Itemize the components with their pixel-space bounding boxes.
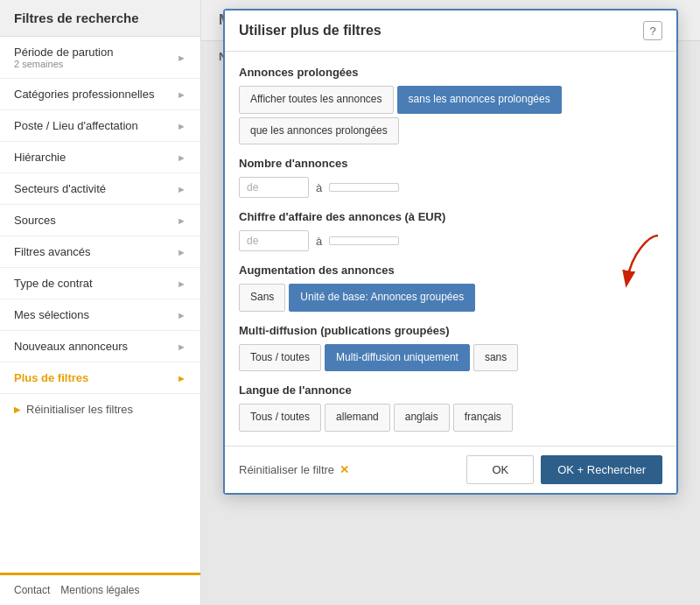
sidebar-item-periode[interactable]: Période de parution 2 semaines ► <box>0 37 200 79</box>
chevron-right-icon: ► <box>177 278 186 289</box>
chevron-right-icon: ► <box>177 310 186 320</box>
section-label-langue: Langue de l'annonce <box>239 383 662 397</box>
sidebar-item-categories[interactable]: Catégories professionnelles ► <box>0 79 200 110</box>
nombre-annonces-range: de à <box>239 177 662 198</box>
sidebar-item-sources[interactable]: Sources ► <box>0 205 200 236</box>
reset-label: Réinitialiser les filtres <box>26 403 133 416</box>
sidebar-item-poste[interactable]: Poste / Lieu d'affectation ► <box>0 110 200 142</box>
reset-filter-link[interactable]: Réinitialiser le filtre ✕ <box>239 463 349 476</box>
btn-que-prolongees[interactable]: que les annonces prolongées <box>239 117 399 145</box>
mentions-link[interactable]: Mentions légales <box>60 584 139 596</box>
x-icon: ✕ <box>340 463 349 476</box>
sidebar-title: Filtres de recherche <box>0 0 200 37</box>
sidebar-item-label: Nouveaux annonceurs <box>14 340 128 353</box>
sidebar-item-label: Catégories professionnelles <box>14 88 154 101</box>
modal-help-button[interactable]: ? <box>643 21 662 40</box>
chevron-right-icon: ► <box>177 247 186 257</box>
ok-button[interactable]: OK <box>466 455 534 484</box>
nombre-annonces-from[interactable]: de <box>239 177 309 198</box>
sidebar-reset[interactable]: ▶ Réinitialiser les filtres <box>0 394 200 425</box>
modal-body: Annonces prolongées Afficher toutes les … <box>225 52 676 446</box>
sidebar: Filtres de recherche Période de parution… <box>0 0 201 605</box>
btn-anglais[interactable]: anglais <box>394 404 450 432</box>
btn-sans-prolongees[interactable]: sans les annonces prolongées <box>397 86 562 114</box>
section-label-nombre-annonces: Nombre d'annonces <box>239 157 662 170</box>
modal-title: Utiliser plus de filtres <box>239 23 382 39</box>
section-label-annonces-prolongees: Annonces prolongées <box>239 66 662 79</box>
footer-buttons: OK OK + Rechercher <box>466 455 662 484</box>
btn-allemand[interactable]: allemand <box>325 404 390 432</box>
main-content: Mes dernières recherches Nouvelles annon… <box>201 0 700 605</box>
sidebar-footer: Contact Mentions légales <box>0 573 200 605</box>
chiffre-affaires-range: de à <box>239 230 662 251</box>
chevron-right-icon: ► <box>177 89 186 100</box>
augmentation-wrapper: Sans Unité de base: Annonces groupées <box>239 284 662 312</box>
sidebar-item-label: Hiérarchie <box>14 151 66 164</box>
chiffre-affaires-from[interactable]: de <box>239 230 309 251</box>
augmentation-group: Sans Unité de base: Annonces groupées <box>239 284 662 312</box>
btn-unite-base[interactable]: Unité de base: Annonces groupées <box>289 284 475 312</box>
chiffre-affaires-to[interactable] <box>329 236 399 245</box>
sidebar-item-nouveaux[interactable]: Nouveaux annonceurs ► <box>0 331 200 362</box>
sidebar-item-type-contrat[interactable]: Type de contrat ► <box>0 268 200 299</box>
sidebar-item-plus[interactable]: Plus de filtres ► <box>0 362 200 394</box>
langue-group: Tous / toutes allemand anglais français <box>239 404 662 432</box>
section-label-chiffre-affaires: Chiffre d'affaire des annonces (à EUR) <box>239 210 662 223</box>
modal-overlay: Utiliser plus de filtres ? Annonces prol… <box>201 0 700 605</box>
sidebar-item-filtres-avances[interactable]: Filtres avancés ► <box>0 236 200 268</box>
annonces-prolongees-group: Afficher toutes les annonces sans les an… <box>239 86 662 144</box>
btn-sans-multi[interactable]: sans <box>473 344 518 372</box>
sidebar-item-label: Type de contrat <box>14 277 93 290</box>
sidebar-item-secteurs[interactable]: Secteurs d'activité ► <box>0 173 200 205</box>
sidebar-item-hierarchie[interactable]: Hiérarchie ► <box>0 142 200 173</box>
chevron-right-icon: ► <box>177 215 186 226</box>
triangle-icon: ▶ <box>14 405 21 414</box>
range-separator: à <box>316 181 322 194</box>
btn-tous-toutes-langue[interactable]: Tous / toutes <box>239 404 321 432</box>
modal-header: Utiliser plus de filtres ? <box>225 11 676 52</box>
btn-francais[interactable]: français <box>453 404 513 432</box>
btn-afficher-toutes[interactable]: Afficher toutes les annonces <box>239 86 394 114</box>
chevron-right-icon: ► <box>177 121 186 131</box>
modal-footer: Réinitialiser le filtre ✕ OK OK + Recher… <box>225 446 676 493</box>
chevron-right-icon: ► <box>177 373 186 383</box>
sidebar-item-label: Poste / Lieu d'affectation <box>14 119 138 132</box>
sidebar-item-label: Sources <box>14 214 56 227</box>
sidebar-item-label: Filtres avancés <box>14 245 90 258</box>
multi-diffusion-group: Tous / toutes Multi-diffusion uniquement… <box>239 344 662 372</box>
chevron-right-icon: ► <box>177 53 186 63</box>
sidebar-item-mes-selections[interactable]: Mes sélections ► <box>0 299 200 331</box>
sidebar-item-label: Mes sélections <box>14 308 89 321</box>
chevron-right-icon: ► <box>177 184 186 194</box>
range-separator-2: à <box>316 235 322 248</box>
btn-sans-augmentation[interactable]: Sans <box>239 284 285 312</box>
sidebar-item-sub: 2 semaines <box>14 59 113 69</box>
sidebar-item-label: Plus de filtres <box>14 371 88 384</box>
chiffre-affaires-from-placeholder: de <box>247 235 258 247</box>
nombre-annonces-to[interactable] <box>329 183 399 192</box>
btn-tous-toutes-multi[interactable]: Tous / toutes <box>239 344 321 372</box>
section-label-augmentation: Augmentation des annonces <box>239 264 662 277</box>
chevron-right-icon: ► <box>177 341 186 352</box>
ok-search-button[interactable]: OK + Rechercher <box>541 455 662 484</box>
contact-link[interactable]: Contact <box>14 584 50 596</box>
nombre-annonces-from-placeholder: de <box>247 181 258 193</box>
sidebar-item-label: Période de parution <box>14 46 113 59</box>
sidebar-item-label: Secteurs d'activité <box>14 182 106 195</box>
btn-multi-diffusion-uniquement[interactable]: Multi-diffusion uniquement <box>325 344 470 372</box>
chevron-right-icon: ► <box>177 152 186 163</box>
section-label-multi-diffusion: Multi-diffusion (publications groupées) <box>239 324 662 337</box>
modal: Utiliser plus de filtres ? Annonces prol… <box>223 9 678 495</box>
reset-filter-label: Réinitialiser le filtre <box>239 463 334 476</box>
